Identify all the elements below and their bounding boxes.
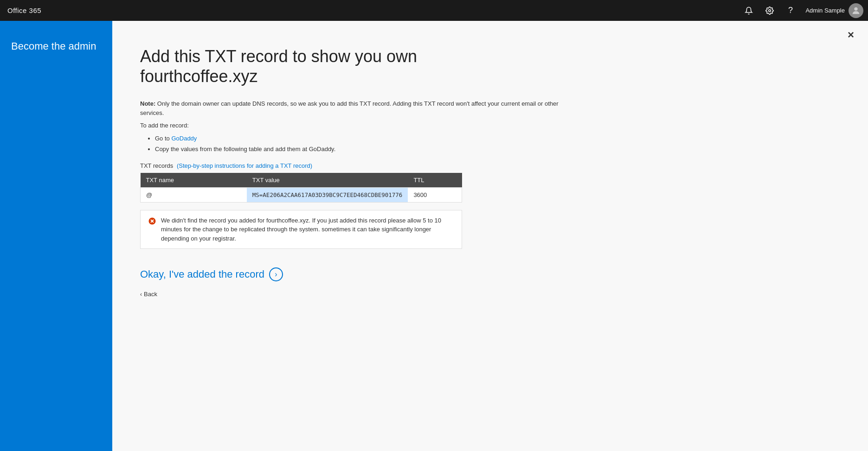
- cell-txt-name: @: [141, 187, 247, 202]
- error-message: We didn't find the record you added for …: [161, 216, 454, 243]
- table-header: TXT name TXT value TTL: [141, 173, 462, 188]
- back-link[interactable]: ‹ Back: [140, 291, 840, 298]
- step-by-step-link[interactable]: (Step-by-step instructions for adding a …: [177, 162, 312, 169]
- sidebar: Become the admin: [0, 21, 112, 451]
- settings-icon[interactable]: [759, 0, 780, 21]
- close-button[interactable]: ×: [848, 29, 854, 40]
- cell-txt-value[interactable]: MS=AE206A2CAA617A03D39BC9C7EED468CDBE901…: [247, 187, 408, 202]
- svg-point-1: [854, 7, 857, 10]
- help-icon[interactable]: ?: [780, 0, 801, 21]
- main-layout: Become the admin × Add this TXT record t…: [0, 21, 868, 451]
- instructions-list: Go to GoDaddy Copy the values from the f…: [155, 133, 840, 155]
- cta-label: Okay, I've added the record: [140, 268, 264, 280]
- to-add-label: To add the record:: [140, 121, 567, 130]
- table-body: @ MS=AE206A2CAA617A03D39BC9C7EED468CDBE9…: [141, 187, 462, 202]
- table-row: @ MS=AE206A2CAA617A03D39BC9C7EED468CDBE9…: [141, 187, 462, 202]
- cta-link[interactable]: Okay, I've added the record ›: [140, 267, 840, 281]
- col-txt-value: TXT value: [247, 173, 408, 188]
- topbar: Office 365 ? Admin Sample: [0, 0, 868, 21]
- app-logo: Office 365: [7, 6, 41, 14]
- error-icon: [148, 216, 156, 229]
- avatar: [849, 3, 863, 18]
- svg-point-0: [769, 9, 771, 12]
- back-label: Back: [144, 291, 157, 298]
- note-text: Only the domain owner can update DNS rec…: [140, 100, 559, 116]
- sidebar-title: Become the admin: [11, 39, 101, 54]
- col-txt-name: TXT name: [141, 173, 247, 188]
- cell-ttl: 3600: [408, 187, 462, 202]
- instruction-1: Go to GoDaddy: [155, 133, 840, 144]
- user-name: Admin Sample: [805, 7, 845, 14]
- notifications-icon[interactable]: [738, 0, 759, 21]
- content-area: × Add this TXT record to show you own fo…: [112, 21, 868, 451]
- godaddy-link[interactable]: GoDaddy: [171, 135, 197, 142]
- dns-table: TXT name TXT value TTL @ MS=AE206A2CAA61…: [140, 173, 462, 203]
- page-title: Add this TXT record to show you own four…: [140, 46, 511, 86]
- col-ttl: TTL: [408, 173, 462, 188]
- error-box: We didn't find the record you added for …: [140, 210, 462, 249]
- note-section: Note: Only the domain owner can update D…: [140, 99, 567, 117]
- user-menu[interactable]: Admin Sample: [801, 0, 868, 21]
- back-chevron-icon: ‹: [140, 291, 142, 298]
- cta-arrow-icon: ›: [269, 267, 283, 281]
- instruction-2: Copy the values from the following table…: [155, 144, 840, 154]
- topbar-right-controls: ? Admin Sample: [738, 0, 868, 21]
- note-label: Note:: [140, 100, 155, 107]
- txt-records-label: TXT records (Step-by-step instructions f…: [140, 162, 840, 169]
